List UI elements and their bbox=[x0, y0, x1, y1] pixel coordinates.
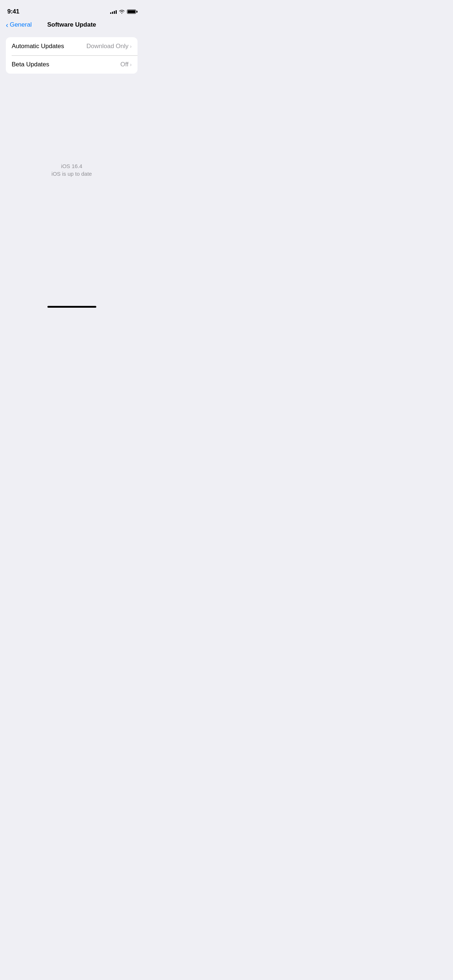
page-title: Software Update bbox=[47, 21, 96, 29]
beta-updates-chevron-icon: › bbox=[130, 62, 132, 67]
beta-updates-row[interactable]: Beta Updates Off › bbox=[6, 56, 137, 74]
battery-icon bbox=[127, 10, 136, 14]
beta-updates-value: Off › bbox=[120, 61, 132, 68]
wifi-icon bbox=[119, 10, 125, 14]
back-chevron-icon: ‹ bbox=[6, 21, 8, 29]
ios-version: iOS 16.4 bbox=[61, 163, 82, 169]
beta-updates-label: Beta Updates bbox=[12, 61, 49, 68]
back-button[interactable]: ‹ General bbox=[6, 21, 32, 29]
status-bar: 9:41 bbox=[0, 0, 144, 18]
status-time: 9:41 bbox=[7, 8, 19, 15]
automatic-updates-label: Automatic Updates bbox=[12, 43, 64, 50]
back-button-label: General bbox=[10, 21, 32, 29]
status-icons bbox=[110, 10, 136, 14]
settings-section: Automatic Updates Download Only › Beta U… bbox=[6, 37, 137, 74]
ios-status: iOS is up to date bbox=[51, 170, 92, 177]
automatic-updates-chevron-icon: › bbox=[130, 43, 132, 49]
center-info: iOS 16.4 iOS is up to date bbox=[51, 163, 92, 177]
nav-bar: ‹ General Software Update bbox=[0, 18, 144, 31]
automatic-updates-value: Download Only › bbox=[86, 43, 132, 50]
home-indicator bbox=[48, 306, 96, 308]
signal-strength-icon bbox=[110, 10, 117, 14]
beta-updates-value-text: Off bbox=[120, 61, 128, 68]
automatic-updates-value-text: Download Only bbox=[86, 43, 128, 50]
automatic-updates-row[interactable]: Automatic Updates Download Only › bbox=[6, 37, 137, 56]
